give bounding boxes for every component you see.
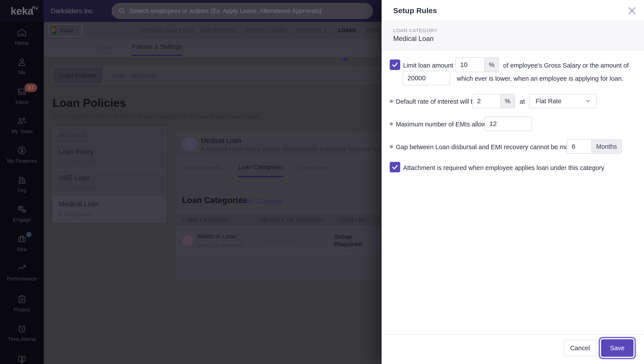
policy-row-loan-policy[interactable]: Loan Policy 58 Employees	[53, 144, 166, 170]
max-emi-input[interactable]	[485, 116, 532, 131]
policies-list-panel: POLICIES Loan Policy 58 Employees UAE Lo…	[53, 127, 166, 223]
tab-payroll-analytics[interactable]: PAYROLL ANALYTICS	[141, 22, 194, 39]
detail-tabs: Policy Details Loan Categories Employees	[176, 158, 382, 178]
divider	[382, 334, 644, 334]
sidebar-item-me[interactable]: Me	[0, 57, 44, 84]
policies-tabstrip: Loan Policies Loan Categories	[53, 67, 382, 84]
subtab-loans[interactable]: Loans	[96, 39, 112, 56]
logo-text: keka	[11, 5, 33, 17]
india-flag-icon	[52, 26, 57, 34]
months-addon: Months	[591, 139, 622, 154]
table-row-medical-loan[interactable]: Medical Loan Loan for medical... Not App…	[176, 227, 382, 254]
categories-table-header: LOAN CATEGORY SBI RATE OF INTEREST LOAN …	[176, 213, 382, 227]
cancel-button[interactable]: Cancel	[564, 340, 596, 356]
sidebar-item-label: Engage	[13, 217, 31, 223]
max-emi-text: Maximum number of EMIs allowed	[396, 121, 493, 128]
sidebar-item-engage[interactable]: Engage	[0, 204, 44, 231]
sidebar-item-label: Hire	[17, 246, 27, 252]
tab-policy-details[interactable]: Policy Details	[184, 158, 221, 178]
country-label: India	[60, 27, 73, 34]
rate-type-value: Flat Rate	[536, 98, 561, 105]
search-input[interactable]	[130, 8, 366, 14]
cell-sbi-rate: Not Applicable	[260, 227, 302, 254]
attachment-required-text: Attachment is required when employee app…	[403, 164, 604, 172]
cell-category-name: Medical Loan	[197, 232, 237, 240]
sidebar-item-home[interactable]: Home	[0, 27, 44, 54]
chevron-down-icon	[585, 98, 591, 104]
drawer-title: Setup Rules	[393, 0, 437, 21]
loan-amount-input[interactable]	[403, 71, 450, 85]
my-finances-icon	[17, 145, 27, 156]
tab-employees[interactable]: Employees	[299, 158, 330, 178]
time-attend-icon	[17, 324, 27, 334]
sidebar-item-label: Org	[18, 187, 26, 194]
home-icon	[17, 27, 27, 38]
sidebar-item-inbox[interactable]: 37 Inbox	[0, 86, 44, 114]
medical-kit-icon	[183, 235, 193, 246]
detail-title: Medical Loan	[201, 137, 241, 145]
policy-row-uae-loan[interactable]: UAE Loan 18 Employees	[53, 170, 166, 196]
bullet-icon	[390, 145, 393, 148]
tab-payroll-admin[interactable]: PAYROLL ADMIN	[246, 22, 287, 39]
add-category-link[interactable]: + Add Category	[237, 197, 282, 205]
sidebar-item-my-finances[interactable]: My Finances	[0, 145, 44, 172]
global-search[interactable]	[112, 3, 373, 19]
tab-loans[interactable]: LOANS	[338, 22, 356, 39]
engage-icon	[17, 204, 27, 214]
setup-rules-drawer: Setup Rules LOAN CATEGORY Medical Loan L…	[382, 0, 644, 364]
loan-category-label: LOAN CATEGORY	[393, 28, 438, 34]
inbox-badge: 37	[25, 83, 37, 92]
tab-run-payroll[interactable]: RUN PAYROLL	[201, 22, 237, 39]
logo-spark-icon	[30, 2, 39, 10]
sidebar-item-project[interactable]: Project	[0, 294, 44, 321]
close-icon[interactable]	[626, 5, 637, 16]
hire-notification-dot	[26, 232, 32, 237]
gross-salary-percent-input[interactable]	[455, 57, 484, 72]
bullet-icon	[390, 122, 393, 126]
policy-row-medical-loan[interactable]: Medical Loan 0 Employees	[53, 196, 166, 222]
subtab-policies-settings[interactable]: Policies & Settings	[132, 39, 182, 56]
percent-addon: %	[500, 94, 515, 108]
sidebar-item-label: Project	[14, 307, 30, 313]
sidebar-item-label: Performance	[7, 276, 37, 282]
sidebar-item-payroll[interactable]	[0, 354, 44, 364]
sidebar-item-hire[interactable]: Hire	[0, 234, 44, 261]
tab-loan-policies[interactable]: Loan Policies	[53, 68, 103, 84]
sidebar-item-label: Time Attend	[8, 336, 36, 342]
sidebar-item-time-attend[interactable]: Time Attend	[0, 324, 44, 351]
bullet-icon	[390, 100, 393, 103]
limit-loan-text-after: which ever is lower, when an employee is…	[457, 75, 623, 82]
sidebar-item-label: Me	[18, 70, 26, 76]
policy-detail-card: Medical Loan A Medical Loan Policy allow…	[176, 131, 382, 280]
col-loan-category: LOAN CATEGORY	[183, 213, 231, 227]
sidebar-item-performance[interactable]: Performance	[0, 263, 44, 290]
loan-category-value: Medical Loan	[393, 35, 434, 43]
limit-loan-text-middle: of employee’s Gross Salary or the amount…	[503, 62, 629, 69]
cell-loan-limit[interactable]: Setup Required	[334, 227, 382, 254]
inbox-icon: 37	[17, 86, 27, 97]
tab-approvals[interactable]: APPROVALS	[296, 22, 327, 39]
tab-loan-categories[interactable]: Loan Categories	[103, 68, 165, 84]
tab-detail-loan-categories[interactable]: Loan Categories	[238, 158, 283, 177]
percent-addon: %	[484, 57, 499, 72]
gap-months-input[interactable]	[567, 139, 591, 154]
me-icon	[17, 57, 27, 68]
rate-type-select[interactable]: Flat Rate	[529, 94, 597, 108]
hire-icon	[17, 234, 27, 244]
sidebar-item-label: Inbox	[16, 99, 29, 105]
interest-rate-input[interactable]	[472, 94, 500, 108]
attachment-required-checkbox[interactable]	[390, 162, 400, 172]
col-sbi-rate: SBI RATE OF INTEREST	[260, 213, 324, 227]
active-tab-caret	[342, 56, 349, 61]
sidebar-item-org[interactable]: Org	[0, 174, 44, 202]
limit-loan-checkbox[interactable]	[390, 60, 400, 70]
policy-checklist-icon	[182, 136, 197, 152]
limit-loan-text-before: Limit loan amount to	[403, 62, 460, 69]
cell-category-sub: Loan for medical...	[197, 242, 246, 249]
gap-text: Gap between Loan disbursal and EMI recov…	[396, 144, 588, 151]
col-loan-limit: LOAN LIMIT	[338, 213, 370, 227]
keka-logo[interactable]: keka	[0, 0, 44, 22]
save-button[interactable]: Save	[601, 339, 633, 357]
country-selector[interactable]: India	[48, 24, 82, 37]
sidebar-item-my-team[interactable]: My Team	[0, 116, 44, 143]
